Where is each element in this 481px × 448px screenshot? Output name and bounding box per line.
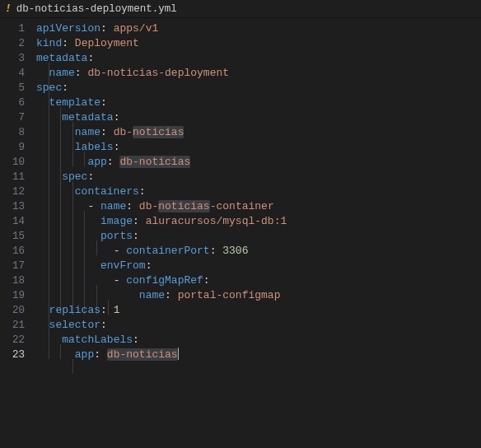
code-line[interactable]: envFrom: bbox=[36, 259, 481, 273]
line-number: 4 bbox=[0, 66, 36, 81]
code-editor[interactable]: 1234567891011121314151617181920212223 ap… bbox=[0, 18, 481, 448]
code-line[interactable]: name: portal-configmap bbox=[36, 288, 481, 303]
code-line[interactable]: spec: bbox=[36, 170, 481, 184]
code-line[interactable]: labels: bbox=[36, 140, 481, 155]
code-line[interactable]: - containerPort: 3306 bbox=[36, 244, 481, 259]
line-number: 10 bbox=[0, 155, 36, 170]
code-line[interactable]: app: db-noticias bbox=[36, 155, 481, 170]
line-number: 2 bbox=[0, 36, 36, 51]
code-line[interactable]: kind: Deployment bbox=[36, 36, 481, 51]
code-line[interactable]: template: bbox=[36, 96, 481, 110]
line-number: 14 bbox=[0, 214, 36, 229]
code-line[interactable]: image: aluracursos/mysql-db:1 bbox=[36, 214, 481, 229]
code-line[interactable]: metadata: bbox=[36, 110, 481, 125]
line-number: 7 bbox=[0, 110, 36, 125]
code-line[interactable]: metadata: bbox=[36, 51, 481, 66]
line-number: 12 bbox=[0, 184, 36, 199]
line-number: 16 bbox=[0, 244, 36, 259]
line-number: 5 bbox=[0, 81, 36, 96]
line-number: 3 bbox=[0, 51, 36, 66]
line-number: 20 bbox=[0, 303, 36, 318]
code-line[interactable]: replicas: 1 bbox=[36, 303, 481, 318]
line-number: 13 bbox=[0, 199, 36, 214]
text-cursor bbox=[178, 348, 179, 360]
tab-bar: ! db-noticias-deployment.yml bbox=[0, 0, 481, 18]
line-number: 17 bbox=[0, 259, 36, 273]
line-number: 1 bbox=[0, 21, 36, 36]
line-number: 21 bbox=[0, 318, 36, 333]
line-number: 11 bbox=[0, 170, 36, 184]
code-area[interactable]: apiVersion: apps/v1 kind: Deployment met… bbox=[36, 18, 481, 448]
code-line[interactable]: - name: db-noticias-container bbox=[36, 199, 481, 214]
code-line[interactable]: selector: bbox=[36, 318, 481, 333]
line-number: 15 bbox=[0, 229, 36, 244]
line-number: 6 bbox=[0, 96, 36, 110]
line-number: 18 bbox=[0, 273, 36, 288]
code-line[interactable]: name: db-noticias-deployment bbox=[36, 66, 481, 81]
code-line[interactable]: apiVersion: apps/v1 bbox=[36, 21, 481, 36]
code-line[interactable]: spec: bbox=[36, 81, 481, 96]
code-line[interactable]: ports: bbox=[36, 229, 481, 244]
code-line[interactable]: matchLabels: bbox=[36, 333, 481, 348]
line-number: 22 bbox=[0, 333, 36, 348]
line-number: 8 bbox=[0, 125, 36, 140]
code-line[interactable]: - configMapRef: bbox=[36, 273, 481, 288]
line-number: 19 bbox=[0, 288, 36, 303]
code-line[interactable]: app: db-noticias bbox=[36, 348, 481, 362]
line-number-gutter: 1234567891011121314151617181920212223 bbox=[0, 18, 36, 448]
line-number: 23 bbox=[0, 348, 36, 362]
line-number: 9 bbox=[0, 140, 36, 155]
tab-title[interactable]: db-noticias-deployment.yml bbox=[16, 3, 177, 15]
code-line[interactable]: containers: bbox=[36, 184, 481, 199]
code-line[interactable]: name: db-noticias bbox=[36, 125, 481, 140]
yaml-file-icon: ! bbox=[5, 2, 12, 15]
